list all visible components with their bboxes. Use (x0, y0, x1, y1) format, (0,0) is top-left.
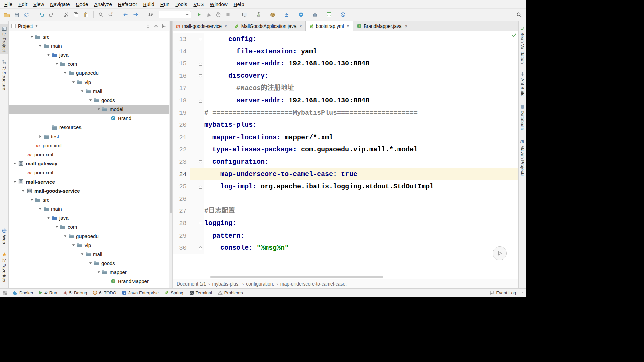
tree-item-mapper[interactable]: mapper (9, 268, 169, 277)
chevron-down-icon[interactable] (12, 162, 17, 165)
chevron-down-icon[interactable] (29, 35, 34, 39)
prohibit-button[interactable] (339, 10, 347, 19)
menu-file[interactable]: File (1, 0, 15, 8)
chevron-down-icon[interactable] (46, 216, 51, 220)
tab-mall-goods-service[interactable]: mmall-goods-service× (173, 21, 231, 31)
toolwindow-button-1-project[interactable]: 1: Project (0, 24, 8, 54)
tree-item-pom-xml[interactable]: mpom.xml (9, 141, 169, 150)
flask-button[interactable] (254, 10, 263, 19)
sort-entries-button[interactable] (146, 10, 155, 19)
tree-item-com[interactable]: com (9, 59, 169, 68)
chevron-down-icon[interactable] (35, 24, 38, 28)
replace-button[interactable] (106, 10, 115, 19)
chevron-down-icon[interactable] (96, 107, 101, 111)
tree-item-main[interactable]: main (9, 41, 169, 50)
chevron-down-icon[interactable] (37, 207, 43, 211)
tab-mallgoodsapplication-java[interactable]: MallGoodsApplication.java× (231, 21, 306, 31)
toolwindow-button-maven-projects[interactable]: mMaven Projects (519, 136, 526, 179)
menu-edit[interactable]: Edit (15, 0, 30, 8)
toolwindow-button-web[interactable]: Web (0, 226, 8, 246)
fold-down-icon[interactable] (198, 74, 203, 79)
chevron-down-icon[interactable] (71, 243, 76, 247)
toolwindow-button-2-favorites[interactable]: 2: Favorites (0, 250, 8, 285)
tree-item-resources[interactable]: resources (9, 123, 169, 132)
tree-item-mall[interactable]: mall (9, 87, 169, 96)
toolwindow-button-7-structure[interactable]: 7: Structure (0, 58, 8, 93)
tab-bootstrap-yml[interactable]: bootstrap.yml× (306, 21, 353, 31)
tab-brandmapper-java[interactable]: IBrandMapper.java× (353, 21, 411, 31)
tree-item-java[interactable]: java (9, 50, 169, 59)
undo-button[interactable] (37, 10, 46, 19)
tree-item-mall-goods-service[interactable]: mall-goods-service (9, 186, 169, 195)
tree-item-goods[interactable]: goods (9, 96, 169, 105)
run-button[interactable] (195, 10, 203, 19)
hide-panel-icon[interactable] (162, 24, 166, 29)
toolwindow-button-database[interactable]: Database (519, 102, 526, 133)
status-item-event-log[interactable]: Event Log (490, 290, 516, 295)
chevron-down-icon[interactable] (79, 252, 85, 256)
menu-tools[interactable]: Tools (172, 0, 190, 8)
monitor-button[interactable] (240, 10, 249, 19)
status-item-problems[interactable]: Problems (218, 290, 243, 295)
tree-item-src[interactable]: src (9, 32, 169, 41)
plugin-button[interactable] (311, 10, 319, 19)
tree-item-pom-xml[interactable]: mpom.xml (9, 150, 169, 159)
editor-hscrollbar[interactable] (210, 276, 383, 278)
status-item-docker[interactable]: Docker (12, 290, 33, 295)
tree-item-vip[interactable]: vip (9, 77, 169, 87)
tree-item-brand[interactable]: CBrand (9, 114, 169, 123)
floating-run-button[interactable] (493, 246, 507, 260)
menu-help[interactable]: Help (231, 0, 247, 8)
open-folder-button[interactable] (3, 10, 11, 19)
breadcrumb-item[interactable]: configuration: (246, 281, 274, 287)
close-icon[interactable]: × (405, 23, 408, 29)
save-button[interactable] (12, 10, 21, 19)
fold-up-icon[interactable] (198, 185, 203, 189)
menu-view[interactable]: View (30, 0, 47, 8)
chevron-down-icon[interactable] (12, 180, 17, 184)
editor[interactable]: 13 config:14 file-extension: yaml15 serv… (173, 31, 518, 279)
menu-refactor[interactable]: Refactor (115, 0, 140, 8)
scrollbar-thumb[interactable] (170, 21, 172, 213)
tree-item-test[interactable]: test (9, 132, 169, 141)
tree-item-main[interactable]: main (9, 204, 169, 213)
forward-button[interactable] (131, 10, 140, 19)
profile-button[interactable] (214, 10, 223, 19)
chevron-down-icon[interactable] (62, 71, 68, 75)
menu-analyze[interactable]: Analyze (91, 0, 115, 8)
sync-button[interactable] (22, 10, 31, 19)
tree-item-mall-gateway[interactable]: mall-gateway (9, 159, 169, 168)
chart-button[interactable] (325, 10, 333, 19)
breadcrumb-item[interactable]: Document 1/1 (177, 281, 206, 287)
close-icon[interactable]: × (224, 23, 227, 29)
chevron-down-icon[interactable] (46, 53, 51, 57)
back-button[interactable] (121, 10, 130, 19)
chevron-right-icon[interactable] (37, 135, 43, 138)
tree-item-goods[interactable]: goods (9, 259, 169, 268)
fold-up-icon[interactable] (198, 62, 203, 66)
chevron-down-icon[interactable] (88, 98, 93, 102)
help-button[interactable]: ? (297, 10, 305, 19)
menu-build[interactable]: Build (140, 0, 157, 8)
close-icon[interactable]: × (299, 23, 302, 29)
chevron-down-icon[interactable] (79, 89, 85, 93)
tree-item-mall-service[interactable]: mall-service (9, 177, 169, 186)
menu-navigate[interactable]: Navigate (47, 0, 73, 8)
status-item-java-enterprise[interactable]: JJava Enterprise (122, 290, 159, 295)
tree-item-src[interactable]: src (9, 195, 169, 204)
menu-window[interactable]: Window (207, 0, 230, 8)
collapse-all-icon[interactable] (146, 24, 150, 29)
run-config-select[interactable] (159, 11, 191, 18)
cut-button[interactable] (62, 10, 71, 19)
chevron-down-icon[interactable] (54, 225, 59, 229)
fold-up-icon[interactable] (198, 99, 203, 103)
toolwindow-button-ant-build[interactable]: Ant Build (519, 70, 526, 99)
tree-item-pom-xml[interactable]: mpom.xml (9, 168, 169, 177)
fold-up-icon[interactable] (198, 246, 203, 250)
breadcrumb-item[interactable]: map-underscore-to-camel-case: (280, 281, 347, 287)
resize-grip-icon[interactable] (519, 291, 523, 295)
chevron-down-icon[interactable] (37, 44, 43, 48)
chevron-down-icon[interactable] (29, 198, 34, 202)
status-item-5-debug[interactable]: 5: Debug (63, 290, 87, 295)
tree-item-vip[interactable]: vip (9, 241, 169, 250)
